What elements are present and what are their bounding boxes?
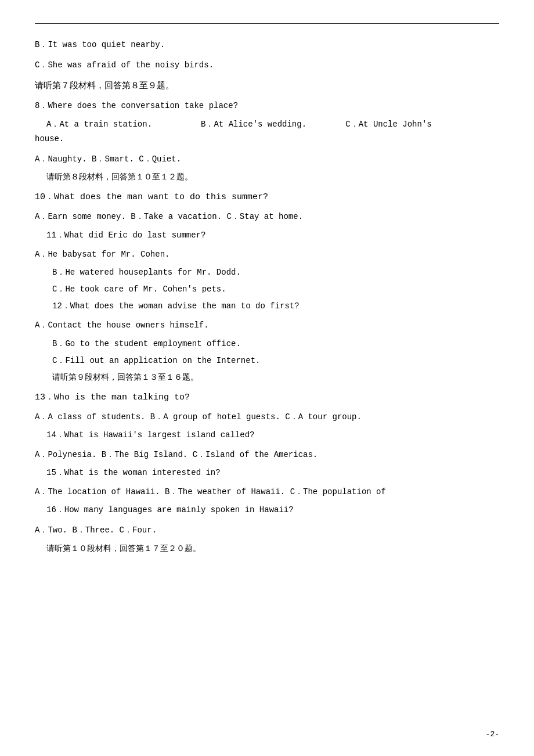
question-15-text: A．The location of Hawaii. B．The weather … xyxy=(35,487,386,496)
question-12-text: A．Contact the house owners himself. xyxy=(35,321,209,330)
question-13: A．A class of students. B．A group of hote… xyxy=(35,410,499,424)
main-content: B．It was too quiet nearby. C．She was afr… xyxy=(35,38,499,556)
q10-options: 11．What did Eric do last summer? xyxy=(46,228,499,243)
question-8-text: 8．Where does the conversation take place… xyxy=(35,101,238,110)
q16-options-text: 请听第１０段材料，回答第１７至２０题。 xyxy=(46,544,201,553)
q10-options-text: 11．What did Eric do last summer? xyxy=(46,231,205,240)
q15-options-line1: 16．How many languages are mainly spoken … xyxy=(46,503,499,517)
question-8: 8．Where does the conversation take place… xyxy=(35,99,499,113)
q16-options: 请听第１０段材料，回答第１７至２０题。 xyxy=(46,542,499,556)
q15-options-main: 16．How many languages are mainly spoken … xyxy=(46,505,294,514)
question-14: A．Polynesia. B．The Big Island. C．Island … xyxy=(35,448,499,462)
question-11: A．He babysat for Mr. Cohen. xyxy=(35,247,499,262)
page-number: -2- xyxy=(486,730,499,739)
top-divider xyxy=(35,23,499,24)
q13-options: 14．What is Hawaii's largest island calle… xyxy=(46,428,499,442)
question-15: A．The location of Hawaii. B．The weather … xyxy=(35,485,499,499)
q15-options: 16．How many languages are mainly spoken … xyxy=(35,503,499,517)
q8-options-line1: A．At a train station. B．At Alice's weddi… xyxy=(46,117,499,132)
question-10-text: A．Earn some money. B．Take a vacation. C．… xyxy=(35,212,303,221)
option-c-text: C．She was afraid of the noisy birds. xyxy=(35,60,214,70)
question-14-text: A．Polynesia. B．The Big Island. C．Island … xyxy=(35,450,317,459)
q11-opt-b: C．He took care of Mr. Cohen's pets. xyxy=(52,282,499,297)
q14-options-text: 15．What is the woman interested in? xyxy=(46,468,221,477)
q12-options: B．Go to the student employment office. C… xyxy=(52,337,499,386)
q12-opt-a: B．Go to the student employment office. xyxy=(52,337,499,351)
q8-opt-a: A．At a train station. B．At Alice's weddi… xyxy=(46,120,432,129)
question-10: A．Earn some money. B．Take a vacation. C．… xyxy=(35,210,499,224)
section-9-label: 13．Who is the man talking to? xyxy=(35,393,190,402)
q9-options-text: 请听第８段材料，回答第１０至１２题。 xyxy=(46,172,193,182)
question-12: A．Contact the house owners himself. xyxy=(35,318,499,333)
q11-opt-c: 12．What does the woman advise the man to… xyxy=(52,299,499,314)
q12-opt-c: 请听第９段材料，回答第１３至１６题。 xyxy=(52,370,499,385)
q14-options: 15．What is the woman interested in? xyxy=(46,466,499,480)
question-16-text: A．Two. B．Three. C．Four. xyxy=(35,525,157,535)
section-8-label: 10．What does the man want to do this sum… xyxy=(35,192,268,202)
question-16: A．Two. B．Three. C．Four. xyxy=(35,523,499,538)
q8-options: A．At a train station. B．At Alice's weddi… xyxy=(35,117,499,146)
q12-opt-b: C．Fill out an application on the Interne… xyxy=(52,354,499,368)
option-b-text: B．It was too quiet nearby. xyxy=(35,40,165,49)
q8-house: house. xyxy=(35,134,64,143)
section-7-label: 请听第７段材料，回答第８至９题。 xyxy=(35,81,174,91)
question-11-text: A．He babysat for Mr. Cohen. xyxy=(35,250,169,259)
q9-options: 请听第８段材料，回答第１０至１２题。 xyxy=(46,170,499,185)
section-7-header: 请听第７段材料，回答第８至９题。 xyxy=(35,78,499,94)
q11-opt-a: B．He watered houseplants for Mr. Dodd. xyxy=(52,265,499,280)
option-c-birds: C．She was afraid of the noisy birds. xyxy=(35,58,499,73)
section-9-header: 13．Who is the man talking to? xyxy=(35,390,499,405)
q11-options: B．He watered houseplants for Mr. Dodd. C… xyxy=(52,265,499,314)
q8-options-continuation: house. xyxy=(35,132,499,146)
q13-options-text: 14．What is Hawaii's largest island calle… xyxy=(46,430,254,440)
section-8-header: 10．What does the man want to do this sum… xyxy=(35,189,499,205)
option-b-quiet: B．It was too quiet nearby. xyxy=(35,38,499,52)
question-9-text: A．Naughty. B．Smart. C．Quiet. xyxy=(35,154,181,164)
question-13-text: A．A class of students. B．A group of hote… xyxy=(35,412,362,422)
question-9: A．Naughty. B．Smart. C．Quiet. xyxy=(35,152,499,167)
